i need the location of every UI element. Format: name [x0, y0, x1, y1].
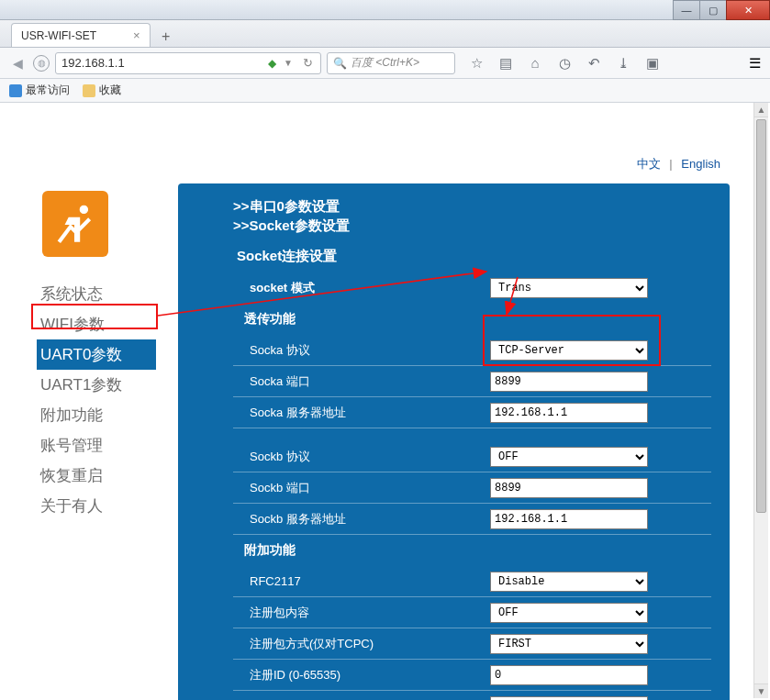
shield-icon[interactable]: ◆	[268, 57, 276, 70]
main-panel: >>串口0参数设置 >>Socket参数设置 Socket连接设置 socket…	[178, 183, 730, 700]
window-maximize-button[interactable]: ▢	[699, 0, 727, 20]
new-tab-button[interactable]: +	[156, 27, 176, 47]
history-back-icon[interactable]: ↶	[586, 55, 602, 72]
downloads-icon[interactable]: ⤓	[615, 55, 631, 72]
browser-tabstrip: USR-WIFI-SET × +	[0, 20, 770, 48]
tab-close-icon[interactable]: ×	[133, 28, 140, 42]
back-button[interactable]: ◀	[7, 53, 28, 73]
bookmark-icon	[9, 84, 22, 97]
section-heading: Socket连接设置	[237, 248, 711, 265]
label-reg-id: 注册ID (0-65535)	[233, 667, 490, 683]
select-socket-mode[interactable]: Trans	[490, 278, 648, 298]
label-sockb-port: Sockb 端口	[233, 480, 490, 496]
bookmark-favorites[interactable]: 收藏	[83, 83, 121, 98]
lang-en-link[interactable]: English	[681, 157, 720, 171]
sync-icon[interactable]: ◷	[556, 55, 573, 72]
label-sockb-addr: Sockb 服务器地址	[233, 511, 490, 528]
sidebar-item-restart[interactable]: 恢复重启	[37, 461, 156, 491]
label-socket-mode: socket 模式	[233, 280, 490, 296]
label-sockb-proto: Sockb 协议	[233, 449, 490, 465]
home-icon[interactable]: ⌂	[527, 55, 543, 71]
label-reg-content: 注册包内容	[233, 605, 490, 621]
breadcrumb: >>Socket参数设置	[233, 217, 711, 235]
scroll-track[interactable]	[756, 119, 766, 682]
select-socka-proto[interactable]: TCP-Server	[490, 340, 648, 361]
vertical-scrollbar[interactable]: ▲ ▼	[753, 103, 768, 698]
hamburger-menu-icon[interactable]: ☰	[746, 55, 763, 72]
label-rfc: RFC2117	[233, 574, 490, 588]
section-heading: 附加功能	[244, 542, 711, 559]
label-socka-port: Socka 端口	[233, 373, 490, 390]
search-input[interactable]: 🔍 百度 <Ctrl+K>	[327, 52, 455, 74]
select-reg-content[interactable]: OFF	[490, 603, 648, 623]
label-socka-proto: Socka 协议	[233, 342, 490, 359]
scroll-thumb[interactable]	[756, 119, 766, 513]
reload-icon[interactable]: ↻	[303, 56, 313, 70]
label-socka-addr: Socka 服务器地址	[233, 405, 490, 421]
sidebar-item-uart1[interactable]: UART1参数	[37, 370, 156, 400]
url-text: 192.168.1.1	[61, 56, 125, 70]
site-identity-icon[interactable]: ◍	[33, 55, 50, 72]
tab-title: USR-WIFI-SET	[21, 29, 96, 42]
sidebar-item-extra[interactable]: 附加功能	[37, 400, 156, 430]
folder-icon	[83, 84, 95, 97]
separator: |	[669, 157, 672, 171]
select-reg-mode[interactable]: FIRST	[490, 634, 648, 654]
select-sockb-proto[interactable]: OFF	[490, 447, 648, 467]
bookmarks-bar: 最常访问 收藏	[0, 79, 770, 103]
input-socka-port[interactable]	[490, 372, 648, 392]
window-titlebar: — ▢ ✕	[0, 0, 770, 20]
url-input[interactable]: 192.168.1.1 ◆ ▼ ↻	[55, 52, 321, 74]
browser-tab[interactable]: USR-WIFI-SET ×	[11, 23, 151, 47]
sidebar-item-account[interactable]: 账号管理	[37, 430, 156, 461]
window-minimize-button[interactable]: —	[673, 0, 700, 20]
input-reg-id[interactable]	[490, 665, 648, 685]
input-custom-reg[interactable]	[490, 696, 648, 701]
section-heading: 透传功能	[244, 311, 711, 328]
bookmark-label: 最常访问	[26, 83, 70, 98]
select-rfc[interactable]: Disable	[490, 572, 648, 592]
input-socka-addr[interactable]	[490, 403, 648, 423]
window-close-button[interactable]: ✕	[726, 0, 770, 20]
bookmark-most-visited[interactable]: 最常访问	[9, 83, 70, 98]
bookmark-label: 收藏	[99, 83, 121, 98]
sidebar-item-wifi[interactable]: WIFI参数	[37, 309, 156, 339]
addons-icon[interactable]: ▣	[644, 55, 661, 72]
search-placeholder: 百度 <Ctrl+K>	[351, 55, 419, 71]
bookmark-star-icon[interactable]: ☆	[468, 55, 485, 72]
input-sockb-port[interactable]	[490, 478, 648, 498]
lang-cn-link[interactable]: 中文	[637, 157, 661, 171]
language-switch: 中文 | English	[637, 156, 720, 172]
svg-point-0	[80, 206, 87, 213]
scroll-up-button[interactable]: ▲	[754, 103, 768, 117]
brand-logo	[42, 191, 108, 257]
search-icon: 🔍	[333, 57, 347, 70]
sidebar-item-uart0[interactable]: UART0参数	[37, 339, 156, 370]
scroll-down-button[interactable]: ▼	[754, 683, 768, 698]
input-sockb-addr[interactable]	[490, 509, 648, 529]
sidebar: 系统状态 WIFI参数 UART0参数 UART1参数 附加功能 账号管理 恢复…	[37, 191, 156, 521]
url-dropdown-icon[interactable]: ▼	[284, 58, 293, 68]
breadcrumb: >>串口0参数设置	[233, 198, 711, 216]
sidebar-item-status[interactable]: 系统状态	[37, 279, 156, 309]
sidebar-item-about[interactable]: 关于有人	[37, 491, 156, 521]
label-reg-mode: 注册包方式(仅对TCPC)	[233, 636, 490, 652]
reader-icon[interactable]: ▤	[497, 55, 514, 72]
browser-navbar: ◀ ◍ 192.168.1.1 ◆ ▼ ↻ 🔍 百度 <Ctrl+K> ☆ ▤ …	[0, 48, 770, 79]
